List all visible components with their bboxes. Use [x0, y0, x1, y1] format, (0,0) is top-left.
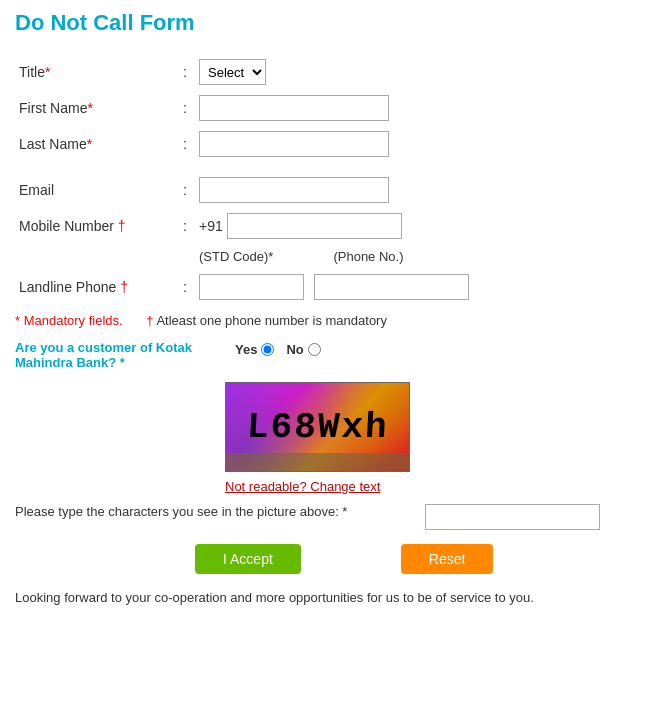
yes-radio[interactable] [261, 343, 274, 356]
spacer-row-1 [15, 162, 644, 172]
kotak-radio-group: Yes No [235, 342, 321, 357]
accept-button[interactable]: I Accept [195, 544, 301, 574]
captcha-text: L68Wxh [246, 407, 390, 448]
colon-2: : [175, 90, 195, 126]
first-name-row: First Name* : [15, 90, 644, 126]
first-name-input[interactable] [199, 95, 389, 121]
first-name-required-star: * [87, 100, 92, 116]
dagger-symbol: † [146, 313, 156, 328]
notes-row: * Mandatory fields. † Atleast one phone … [15, 313, 644, 328]
kotak-section: Are you a customer of Kotak Mahindra Ban… [15, 340, 644, 370]
form-table: Title* : Select Mr. Mrs. Ms. Dr. First N… [15, 54, 644, 305]
landline-field-cell [195, 269, 644, 305]
std-labels-row: (STD Code)* (Phone No.) [15, 244, 644, 269]
phone-no-input[interactable] [314, 274, 469, 300]
reset-button[interactable]: Reset [401, 544, 494, 574]
no-radio-label[interactable]: No [286, 342, 320, 357]
colon-5: : [175, 208, 195, 244]
captcha-label-text: Please type the characters you see in th… [15, 504, 347, 519]
yes-radio-label[interactable]: Yes [235, 342, 274, 357]
title-field-label: Title [19, 64, 45, 80]
phone-no-label: (Phone No.) [333, 249, 403, 264]
mobile-input[interactable] [227, 213, 402, 239]
captcha-input-row: Please type the characters you see in th… [15, 504, 644, 530]
colon-1: : [175, 54, 195, 90]
std-code-label: (STD Code)* [199, 249, 273, 264]
colon-3: : [175, 126, 195, 162]
kotak-question: Are you a customer of Kotak Mahindra Ban… [15, 340, 225, 370]
first-name-field-cell [195, 90, 644, 126]
no-label-text: No [286, 342, 303, 357]
landline-label-cell: Landline Phone † [15, 269, 175, 305]
title-select[interactable]: Select Mr. Mrs. Ms. Dr. [199, 59, 266, 85]
email-label: Email [15, 172, 175, 208]
mobile-input-group: +91 [199, 213, 640, 239]
mobile-prefix: +91 [199, 218, 223, 234]
colon-4: : [175, 172, 195, 208]
landline-field-label: Landline Phone [19, 279, 116, 295]
mobile-field-cell: +91 [195, 208, 644, 244]
std-code-input[interactable] [199, 274, 304, 300]
mobile-row: Mobile Number † : +91 [15, 208, 644, 244]
captcha-input-label: Please type the characters you see in th… [15, 504, 415, 519]
email-input[interactable] [199, 177, 389, 203]
captcha-bar [226, 453, 409, 471]
title-row: Title* : Select Mr. Mrs. Ms. Dr. [15, 54, 644, 90]
landline-dagger: † [120, 279, 128, 295]
first-name-field-label: First Name [19, 100, 87, 116]
mobile-label-cell: Mobile Number † [15, 208, 175, 244]
title-required-star: * [45, 64, 50, 80]
last-name-label: Last Name* [15, 126, 175, 162]
colon-6: : [175, 269, 195, 305]
last-name-field-cell [195, 126, 644, 162]
title-field-cell: Select Mr. Mrs. Ms. Dr. [195, 54, 644, 90]
landline-row: Landline Phone † : [15, 269, 644, 305]
dagger-note-text: Atleast one phone number is mandatory [156, 313, 387, 328]
email-row: Email : [15, 172, 644, 208]
no-radio[interactable] [308, 343, 321, 356]
buttons-row: I Accept Reset [15, 544, 644, 574]
footer-note: Looking forward to your co-operation and… [15, 588, 644, 608]
not-readable-link[interactable]: Not readable? Change text [225, 479, 380, 494]
mobile-field-label: Mobile Number [19, 218, 114, 234]
title-label: Title* [15, 54, 175, 90]
last-name-field-label: Last Name [19, 136, 87, 152]
page-title: Do Not Call Form [15, 10, 644, 36]
mobile-dagger: † [118, 218, 126, 234]
last-name-input[interactable] [199, 131, 389, 157]
first-name-label: First Name* [15, 90, 175, 126]
landline-input-group [199, 274, 640, 300]
last-name-required-star: * [87, 136, 92, 152]
captcha-input[interactable] [425, 504, 600, 530]
captcha-image: L68Wxh [225, 382, 410, 472]
email-field-cell [195, 172, 644, 208]
yes-label-text: Yes [235, 342, 257, 357]
mandatory-note: * Mandatory fields. [15, 313, 123, 328]
captcha-area: L68Wxh Not readable? Change text [225, 382, 644, 494]
last-name-row: Last Name* : [15, 126, 644, 162]
email-field-label: Email [19, 182, 54, 198]
